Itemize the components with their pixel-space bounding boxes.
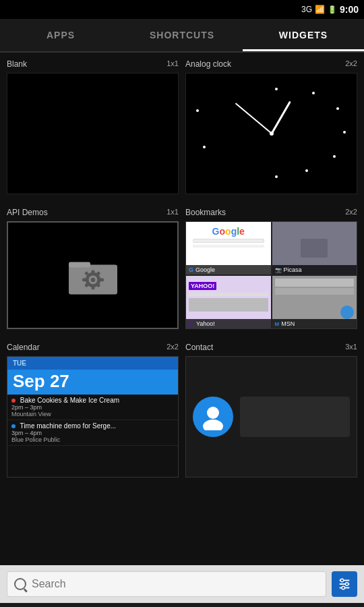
widget-api-demos[interactable]: API Demos 1x1 [7, 208, 179, 329]
svg-point-18 [340, 579, 344, 582]
bookmarks-preview: Google G Google [185, 221, 357, 329]
bottom-nav [0, 603, 364, 607]
person-icon [200, 403, 226, 430]
tab-widgets[interactable]: WIDGETS [243, 20, 364, 50]
api-demos-preview [7, 221, 179, 329]
bookmark-google: Google G Google [186, 222, 271, 274]
cal-date: Sep 27 [7, 370, 178, 395]
battery-icon: 🔋 [328, 5, 337, 14]
widget-row-2: API Demos 1x1 [7, 208, 357, 329]
widget-bookmarks[interactable]: Bookmarks 2x2 Google G Google [185, 208, 357, 329]
widget-list: Blank 1x1 Analog clock 2x2 [0, 53, 364, 565]
calendar-preview: TUE Sep 27 Bake Cookies & Make Ice Cream… [7, 356, 179, 478]
widget-contact-label: Contact 3x1 [185, 343, 357, 352]
cal-event-2: Time machine demo for Serge... 3pm – 4pm… [7, 420, 178, 446]
svg-point-19 [345, 583, 348, 586]
widget-calendar-label: Calendar 2x2 [7, 343, 179, 352]
widget-bookmarks-label: Bookmarks 2x2 [185, 208, 357, 217]
network-icon: 📶 [315, 5, 325, 14]
cal-event-1: Bake Cookies & Make Ice Cream 2pm – 3pm … [7, 395, 178, 420]
svg-rect-8 [100, 278, 104, 281]
search-icon [14, 578, 26, 590]
bookmark-yahoo: YAHOO! Y! Yahoo! [186, 276, 271, 328]
status-bar: 3G 📶 🔋 9:00 [0, 0, 364, 19]
widget-api-demos-label: API Demos 1x1 [7, 208, 179, 217]
search-input[interactable] [32, 578, 319, 590]
widget-calendar[interactable]: Calendar 2x2 TUE Sep 27 Bake Cookies & M… [7, 343, 179, 478]
tab-apps[interactable]: APPS [0, 20, 121, 50]
contact-preview [185, 356, 357, 478]
bookmark-msn: M MSN [272, 276, 357, 328]
widget-blank[interactable]: Blank 1x1 [7, 59, 179, 194]
blank-widget-preview [7, 73, 179, 194]
widget-blank-label: Blank 1x1 [7, 59, 179, 69]
search-bar [0, 565, 364, 603]
svg-point-20 [342, 586, 345, 589]
contact-avatar [193, 397, 233, 437]
analog-clock-preview [185, 73, 357, 194]
svg-rect-5 [91, 270, 94, 274]
widget-analog-clock[interactable]: Analog clock 2x2 [185, 59, 357, 194]
widget-contact[interactable]: Contact 3x1 [185, 343, 357, 478]
contact-info [240, 397, 350, 437]
svg-rect-7 [82, 278, 86, 281]
svg-point-13 [207, 407, 219, 419]
bookmarks-grid: Google G Google [186, 222, 357, 328]
clock: 9:00 [340, 4, 359, 15]
folder-icon [66, 254, 120, 297]
search-settings-button[interactable] [332, 571, 357, 597]
svg-point-14 [203, 420, 223, 430]
tab-shortcuts[interactable]: SHORTCUTS [121, 20, 243, 50]
widget-row-3: Calendar 2x2 TUE Sep 27 Bake Cookies & M… [7, 343, 357, 478]
cal-day: TUE [7, 357, 178, 370]
top-nav: APPS SHORTCUTS WIDGETS [0, 19, 364, 53]
bookmark-picasa: 📷 Picasa [272, 222, 357, 274]
widget-row-1: Blank 1x1 Analog clock 2x2 [7, 59, 357, 194]
search-input-wrapper[interactable] [7, 571, 326, 597]
svg-rect-1 [69, 262, 90, 267]
svg-rect-6 [91, 285, 94, 289]
svg-point-4 [90, 277, 94, 281]
settings-sliders-icon [337, 577, 352, 591]
widget-clock-label: Analog clock 2x2 [185, 59, 357, 69]
signal-icon: 3G [301, 5, 312, 14]
